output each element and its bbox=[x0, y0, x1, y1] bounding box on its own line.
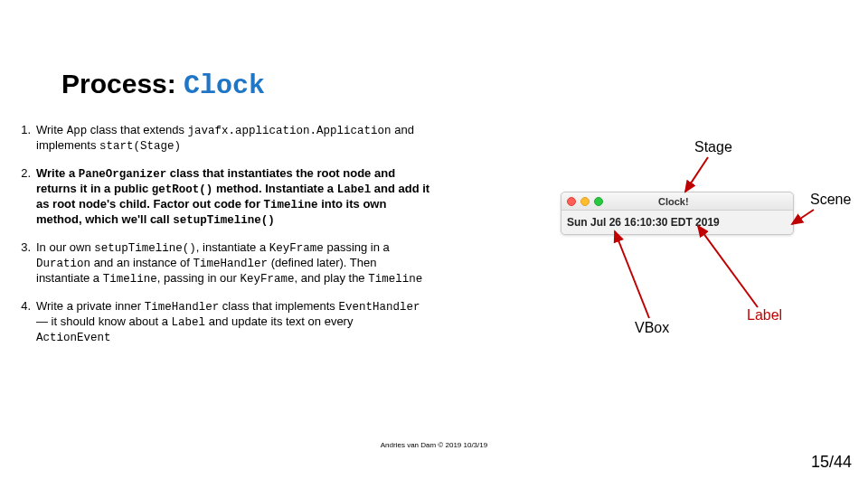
svg-line-1 bbox=[792, 210, 814, 224]
zoom-icon bbox=[594, 197, 603, 206]
diagram: Stage Scene VBox Label Clock! Sun Jul 26… bbox=[561, 136, 850, 361]
svg-line-2 bbox=[615, 231, 649, 318]
svg-line-3 bbox=[698, 226, 758, 307]
window-body: Sun Jul 26 16:10:30 EDT 2019 bbox=[561, 211, 793, 234]
numbered-list: 1.Write App class that extends javafx.ap… bbox=[16, 123, 430, 358]
label-text-label: Label bbox=[747, 307, 782, 324]
slide-title: Process: Clock bbox=[61, 69, 265, 101]
list-number: 3. bbox=[16, 240, 36, 286]
list-item: 2.Write a PaneOrganizer class that insta… bbox=[16, 166, 430, 228]
arrows bbox=[561, 136, 850, 361]
list-text: Write a private inner TimeHandler class … bbox=[36, 299, 430, 345]
minimize-icon bbox=[580, 197, 590, 206]
list-text: In our own setupTimeline(), instantiate … bbox=[36, 240, 430, 286]
window-title: Clock! bbox=[658, 196, 689, 207]
list-number: 4. bbox=[16, 299, 36, 345]
clock-text: Sun Jul 26 16:10:30 EDT 2019 bbox=[567, 216, 720, 229]
list-number: 2. bbox=[16, 166, 36, 228]
list-text: Write a PaneOrganizer class that instant… bbox=[36, 166, 430, 228]
svg-line-0 bbox=[685, 157, 708, 192]
title-code: Clock bbox=[184, 70, 265, 101]
list-number: 1. bbox=[16, 123, 36, 154]
scene-label: Scene bbox=[810, 192, 851, 208]
list-item: 4.Write a private inner TimeHandler clas… bbox=[16, 299, 430, 345]
list-item: 1.Write App class that extends javafx.ap… bbox=[16, 123, 430, 154]
app-window: Clock! Sun Jul 26 16:10:30 EDT 2019 bbox=[561, 192, 794, 235]
stage-label: Stage bbox=[694, 139, 732, 155]
titlebar: Clock! bbox=[561, 192, 793, 211]
close-icon bbox=[567, 197, 576, 206]
footer: Andries van Dam © 2019 10/3/19 bbox=[0, 441, 868, 449]
list-item: 3.In our own setupTimeline(), instantiat… bbox=[16, 240, 430, 286]
page-number: 15/44 bbox=[811, 453, 852, 472]
list-text: Write App class that extends javafx.appl… bbox=[36, 123, 430, 154]
title-text: Process: bbox=[61, 69, 184, 99]
vbox-label: VBox bbox=[635, 320, 669, 336]
